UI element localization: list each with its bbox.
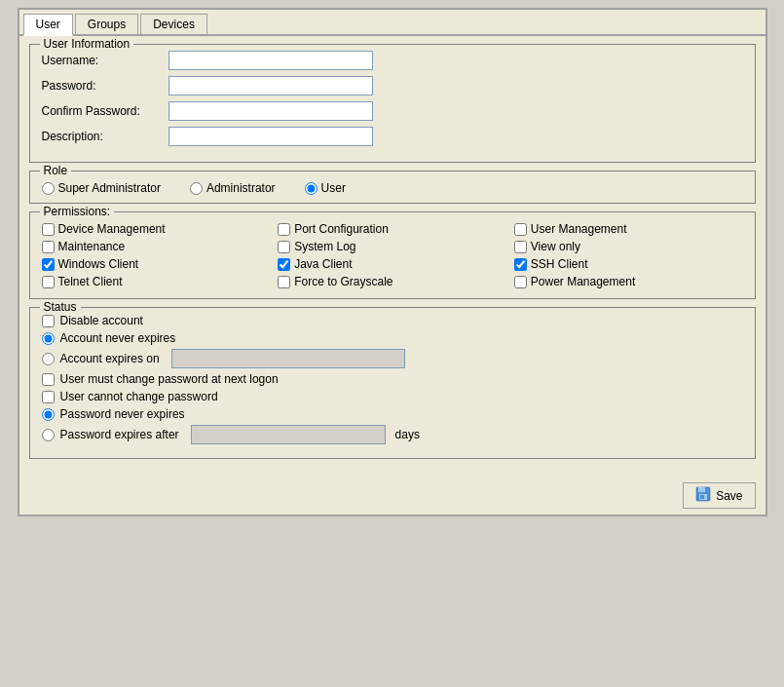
status-must-change-password: User must change password at next logon — [42, 372, 743, 386]
perm-telnet-client-cb[interactable] — [42, 276, 55, 288]
status-cannot-change-password: User cannot change password — [42, 390, 743, 403]
perm-windows-client[interactable]: Windows Client — [42, 257, 271, 271]
role-user-radio[interactable] — [305, 182, 317, 195]
password-label: Password: — [42, 79, 168, 93]
description-row: Description: — [42, 127, 743, 146]
description-input[interactable] — [168, 127, 373, 146]
username-input[interactable] — [168, 51, 373, 70]
account-expires-on-radio[interactable] — [42, 353, 55, 365]
account-expires-on-input[interactable] — [171, 349, 405, 368]
perm-ssh-client-cb[interactable] — [514, 258, 527, 271]
perm-port-configuration-cb[interactable] — [278, 223, 290, 236]
confirm-password-input[interactable] — [168, 101, 373, 121]
save-label: Save — [716, 489, 742, 503]
tab-bar: User Groups Devices — [19, 10, 765, 36]
perm-java-client-cb[interactable] — [278, 258, 290, 271]
user-information-legend: User Information — [40, 37, 134, 51]
role-user[interactable]: User — [305, 181, 346, 195]
cannot-change-password-cb[interactable] — [42, 391, 55, 403]
permissions-grid: Device Management Port Configuration Use… — [42, 218, 743, 288]
status-legend: Status — [40, 300, 81, 314]
role-legend: Role — [40, 164, 72, 177]
role-super-admin-radio[interactable] — [42, 182, 55, 195]
password-expires-after-input[interactable] — [191, 425, 386, 444]
role-radio-row: Super Administrator Administrator User — [42, 177, 743, 195]
status-section: Status Disable account Account never exp… — [29, 307, 756, 459]
must-change-password-cb[interactable] — [42, 373, 55, 386]
perm-power-management[interactable]: Power Management — [514, 275, 743, 288]
perm-maintenance-cb[interactable] — [42, 241, 55, 253]
main-window: User Groups Devices User Information Use… — [18, 8, 767, 516]
perm-java-client[interactable]: Java Client — [278, 257, 506, 271]
role-admin-radio[interactable] — [190, 182, 203, 195]
disable-account-cb[interactable] — [42, 315, 55, 327]
perm-system-log-cb[interactable] — [278, 241, 290, 253]
footer: Save — [19, 477, 765, 515]
perm-power-management-cb[interactable] — [514, 276, 527, 288]
perm-force-grayscale-cb[interactable] — [278, 276, 290, 288]
user-information-section: User Information Username: Password: Con… — [29, 44, 756, 163]
perm-device-management[interactable]: Device Management — [42, 222, 271, 236]
perm-device-management-cb[interactable] — [42, 223, 55, 236]
role-section: Role Super Administrator Administrator U… — [29, 171, 756, 204]
tab-groups[interactable]: Groups — [75, 14, 138, 34]
status-password-never-expires: Password never expires — [42, 407, 743, 421]
perm-maintenance[interactable]: Maintenance — [42, 240, 271, 253]
username-row: Username: — [42, 51, 743, 70]
perm-ssh-client[interactable]: SSH Client — [514, 257, 743, 271]
confirm-password-row: Confirm Password: — [42, 101, 743, 121]
username-label: Username: — [42, 54, 168, 67]
role-admin[interactable]: Administrator — [190, 181, 276, 195]
perm-user-management[interactable]: User Management — [514, 222, 743, 236]
permissions-legend: Permissions: — [40, 205, 115, 218]
perm-user-management-cb[interactable] — [514, 223, 527, 236]
days-label: days — [395, 428, 420, 441]
status-password-expires-after: Password expires after days — [42, 425, 743, 444]
password-row: Password: — [42, 76, 743, 95]
perm-force-grayscale[interactable]: Force to Grayscale — [278, 275, 506, 288]
account-never-expires-radio[interactable] — [42, 332, 55, 345]
content-area: User Information Username: Password: Con… — [19, 36, 765, 477]
svg-rect-1 — [698, 487, 705, 492]
description-label: Description: — [42, 130, 168, 143]
perm-windows-client-cb[interactable] — [42, 258, 55, 271]
tab-user[interactable]: User — [23, 14, 73, 36]
svg-rect-3 — [700, 495, 704, 499]
password-expires-after-radio[interactable] — [42, 429, 55, 441]
confirm-password-label: Confirm Password: — [42, 104, 168, 118]
perm-system-log[interactable]: System Log — [278, 240, 506, 253]
perm-port-configuration[interactable]: Port Configuration — [278, 222, 506, 236]
role-super-admin[interactable]: Super Administrator — [42, 181, 161, 195]
status-account-never-expires: Account never expires — [42, 331, 743, 345]
status-account-expires-on: Account expires on — [42, 349, 743, 368]
save-button[interactable]: Save — [683, 482, 755, 509]
password-never-expires-radio[interactable] — [42, 408, 55, 421]
perm-telnet-client[interactable]: Telnet Client — [42, 275, 271, 288]
status-disable-account: Disable account — [42, 314, 743, 327]
tab-devices[interactable]: Devices — [140, 14, 207, 34]
perm-view-only[interactable]: View only — [514, 240, 743, 253]
perm-view-only-cb[interactable] — [514, 241, 527, 253]
save-icon — [695, 486, 711, 505]
permissions-section: Permissions: Device Management Port Conf… — [29, 211, 756, 299]
password-input[interactable] — [168, 76, 373, 95]
